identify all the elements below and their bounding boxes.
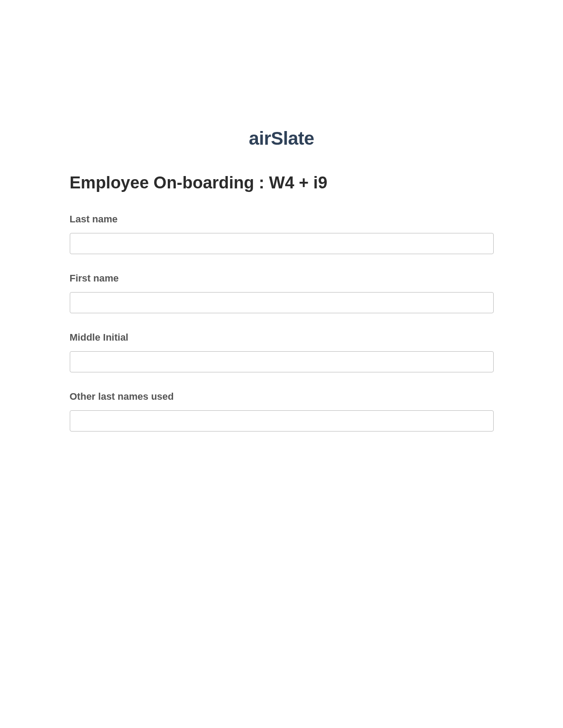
other-last-names-input[interactable] xyxy=(70,410,494,432)
brand-name-part2: Slate xyxy=(271,128,314,149)
last-name-label: Last name xyxy=(70,214,494,225)
first-name-input[interactable] xyxy=(70,292,494,313)
field-other-last-names: Other last names used xyxy=(70,391,494,432)
brand-name-part1: air xyxy=(249,128,271,149)
page-container: airSlate Employee On-boarding : W4 + i9 … xyxy=(0,0,563,728)
form-title: Employee On-boarding : W4 + i9 xyxy=(70,173,328,192)
field-middle-initial: Middle Initial xyxy=(70,332,494,372)
field-last-name: Last name xyxy=(70,214,494,254)
first-name-label: First name xyxy=(70,273,494,284)
middle-initial-label: Middle Initial xyxy=(70,332,494,343)
other-last-names-label: Other last names used xyxy=(70,391,494,402)
field-first-name: First name xyxy=(70,273,494,313)
form-wrapper: Employee On-boarding : W4 + i9 Last name… xyxy=(70,173,494,450)
brand-logo: airSlate xyxy=(249,128,314,149)
middle-initial-input[interactable] xyxy=(70,351,494,372)
last-name-input[interactable] xyxy=(70,233,494,254)
